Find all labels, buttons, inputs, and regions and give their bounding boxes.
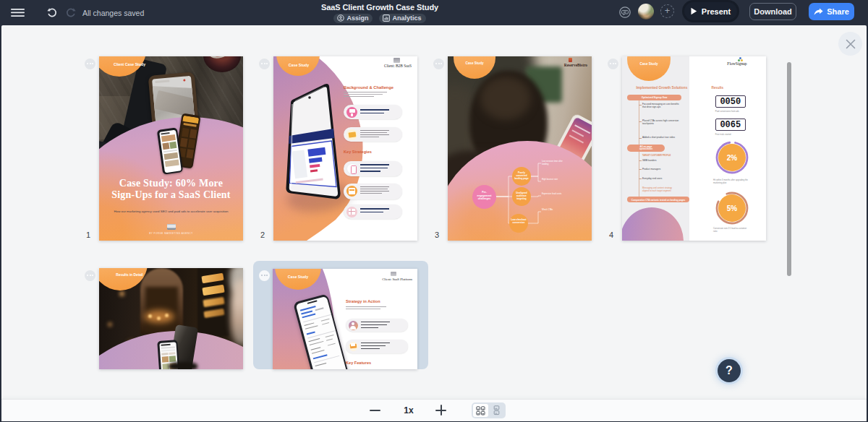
svg-text:2%: 2% (727, 154, 738, 162)
svg-text:5%: 5% (727, 204, 738, 212)
